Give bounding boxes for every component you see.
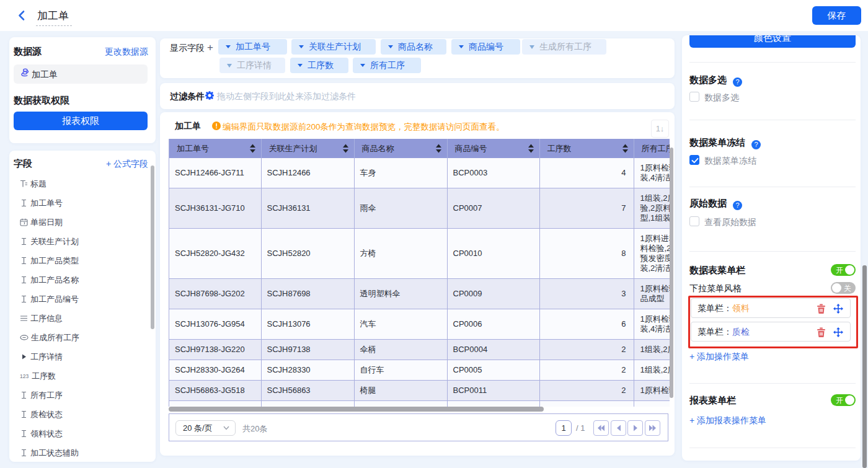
svg-text:123: 123 (20, 373, 29, 379)
